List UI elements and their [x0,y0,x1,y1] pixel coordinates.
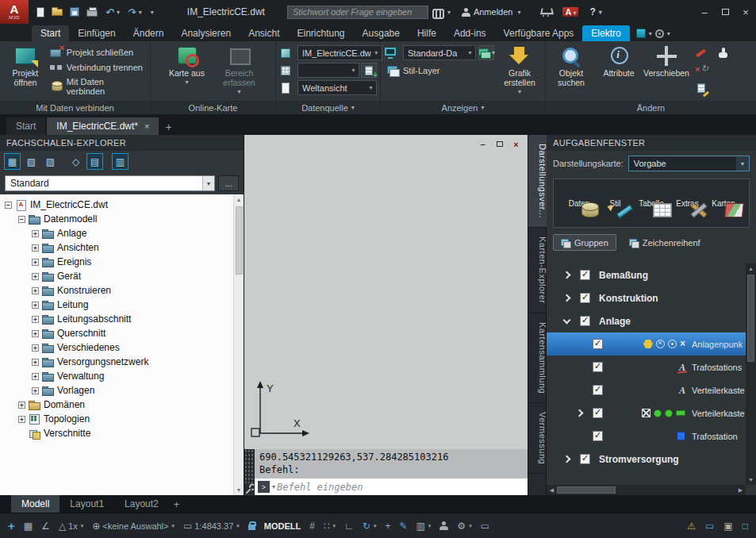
row-expander[interactable] [561,295,573,301]
ribbon-tab-ändern[interactable]: Ändern [125,25,173,41]
selection-cycling[interactable]: △1x [59,521,83,532]
search-icon[interactable] [432,9,451,16]
tree-expander-icon[interactable]: + [32,316,39,323]
tree-expander-icon[interactable]: + [32,244,39,252]
tree-expander-icon[interactable]: + [32,387,39,394]
tab-zeichenreihenf[interactable]: Zeichenreihenf [621,234,708,251]
row-expander[interactable] [561,456,573,462]
record-macro-icon[interactable] [655,29,664,38]
visibility-checkbox[interactable] [593,408,603,418]
drawing-restore-button[interactable] [493,138,506,150]
snap-mode-icon[interactable]: ∷ [324,521,336,532]
plot-icon[interactable] [86,7,98,17]
tree-expander-icon[interactable]: + [32,302,39,309]
command-input[interactable] [275,481,528,494]
panel-title-anzeigen[interactable]: Anzeigen▾ [381,101,545,114]
edit-table-button[interactable] [693,81,709,95]
save-icon[interactable] [70,7,79,17]
performance-warning-icon[interactable]: ⚠ [687,521,696,532]
side-tab-darstellungsver[interactable]: Darstellungsver... [528,135,547,228]
layout-tab-layout2[interactable]: Layout2 [114,495,169,513]
objekt-suchen-button[interactable]: Objekt suchen [549,43,593,101]
explorer-tree-scrollbar[interactable]: ▲ ▼ [233,194,244,495]
panel-title-datenquelle[interactable]: Datenquelle▾ [276,101,380,114]
standard-combo[interactable]: Standard ▾ [5,175,215,191]
tree-item-topologien[interactable]: +Topologien [0,412,233,426]
verbindung-trennen-button[interactable]: Verbindung trennen [48,61,147,74]
layer-group-anlage[interactable]: Anlage [547,309,746,332]
tree-item-leitungsabschnitt[interactable]: +Leitungsabschnitt [0,312,233,326]
tree-item-verschiedenes[interactable]: +Verschiedenes [0,340,233,355]
grafik-erstellen-button[interactable]: Grafik erstellen [497,43,542,101]
ribbon-tab-einfügen[interactable]: Einfügen [69,25,124,41]
search-input[interactable] [287,6,428,19]
undo-icon[interactable] [105,6,120,18]
layout-tab-modell[interactable]: Modell [11,495,59,513]
projekt-oeffnen-button[interactable]: Projekt öffnen [3,43,48,101]
coordinate-system-combo[interactable]: Weltansicht ▾ [297,80,377,95]
tree-item-ansichten[interactable]: +Ansichten [0,240,233,255]
tree-item-datenmodell[interactable]: −Datenmodell [0,212,233,226]
karte-aus-button[interactable]: Karte aus [165,43,209,101]
tree-expander-icon[interactable]: + [18,416,25,423]
tabelle-tool-button[interactable]: Tabelle [634,199,669,208]
scrollbar-thumb[interactable] [236,206,243,275]
row-expander[interactable] [561,320,573,323]
tree-expander-icon[interactable]: + [32,287,39,294]
app-store-icon[interactable] [541,8,551,16]
tree-item-im-electricce-dwt[interactable]: −IM_ElectricCE.dwt [0,198,233,212]
ribbon-tab-verfügbare-apps[interactable]: Verfügbare Apps [495,25,583,41]
command-settings-wrench-icon[interactable] [245,483,254,494]
isolate-objects-icon[interactable]: ▭ [481,521,489,532]
layer-trafostations[interactable]: ATrafostations [547,355,746,379]
featured-app-dropdown-icon[interactable]: ▾ [649,30,652,37]
projekt-schliessen-button[interactable]: Projekt schließen [48,46,147,59]
visibility-checkbox[interactable] [580,270,590,280]
object-snap-icon[interactable]: ↻ [363,521,377,532]
hardware-accel-icon[interactable]: ▭ [705,521,714,532]
ribbon-tab-elektro[interactable]: Elektro [582,25,629,41]
detail-view-icon[interactable]: ▥ [112,153,129,170]
qat-menu-icon[interactable] [149,9,154,16]
tree-expander-icon[interactable]: − [5,202,12,209]
grid-view-icon[interactable]: ▤ [86,153,103,170]
visibility-checkbox[interactable] [593,431,603,441]
display-map-icon[interactable]: ▧ [23,153,40,170]
feature-source-combo[interactable]: ▾ [297,63,359,78]
ribbon-tab-ansicht[interactable]: Ansicht [240,25,288,41]
workspace-icon[interactable]: ▥ [416,521,432,532]
layer-verteilerkaste[interactable]: AVerteilerkaste [547,379,746,402]
tree-item-ereignis[interactable]: +Ereignis [0,255,233,269]
grid-display-icon[interactable]: # [309,521,315,532]
daten-tool-button[interactable]: Daten [562,199,597,208]
ribbon-tab-ausgabe[interactable]: Ausgabe [354,25,409,41]
extras-tool-button[interactable]: Extras [670,199,705,208]
maximize-button[interactable] [715,2,735,21]
row-expander[interactable] [574,410,585,416]
hscroll-thumb[interactable] [557,486,616,494]
user-icon[interactable] [439,521,448,530]
drawing-area[interactable]: – × Y X 6 [244,135,528,495]
visibility-checkbox[interactable] [593,385,603,395]
layer-trafostation[interactable]: Trafostation [547,425,746,448]
redo-icon[interactable] [127,6,142,18]
tree-expander-icon[interactable]: + [32,330,39,337]
app-logo-icon[interactable]: A M3D [0,0,29,24]
autotrack-icon[interactable]: + [8,519,15,532]
mit-daten-verbinden-button[interactable]: Mit Daten verbinden [48,76,147,97]
attribute-button[interactable]: Attribute [597,43,641,101]
display-model-icon[interactable]: ▦ [4,153,21,170]
more-options-button[interactable]: ... [218,175,239,191]
annotation-icon[interactable]: ✎ [399,521,407,532]
tree-item-verschnitte[interactable]: Verschnitte [0,426,233,440]
side-tab-karten-explorer[interactable]: Karten-Explorer [528,228,547,313]
tree-item-leitung[interactable]: +Leitung [0,298,233,312]
recent-commands-icon[interactable] [258,481,270,493]
close-button[interactable]: × [735,2,756,21]
tree-item-verwaltung[interactable]: +Verwaltung [0,369,233,383]
tree-expander-icon[interactable]: − [18,216,25,223]
tree-expander-icon[interactable]: + [18,402,25,409]
karten-tool-button[interactable]: Karten [706,199,741,208]
visibility-checkbox[interactable] [593,362,603,372]
edit-feature-button[interactable] [693,46,709,60]
